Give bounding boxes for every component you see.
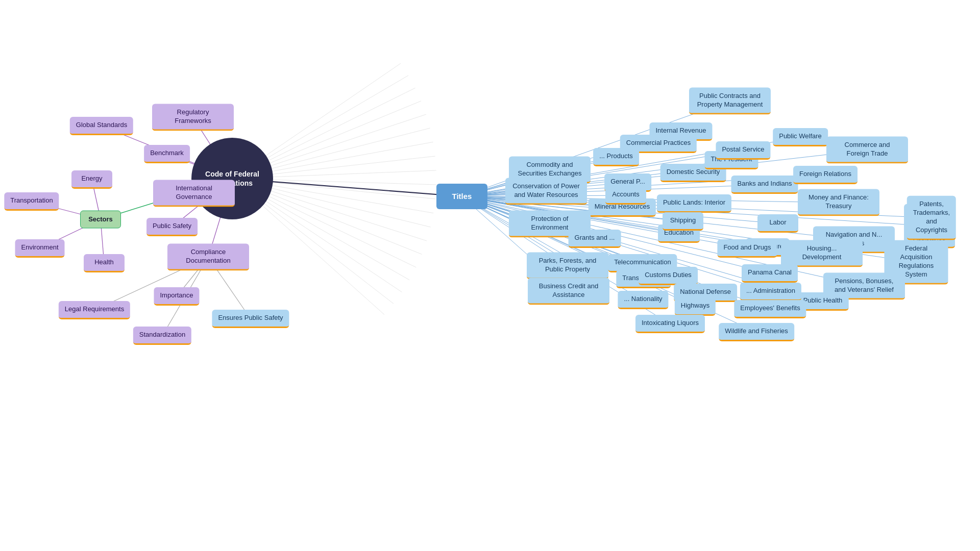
business_credit[interactable]: Business Credit and Assistance (528, 278, 609, 305)
sectors-node[interactable]: Sectors (80, 211, 121, 229)
regulatory-frameworks-node[interactable]: Regulatory Frameworks (152, 104, 234, 131)
public_welfare[interactable]: Public Welfare (773, 128, 828, 146)
standardization-node[interactable]: Standardization (133, 327, 191, 345)
center-node[interactable]: Code of Federal Regulations (191, 138, 273, 219)
panama_canal[interactable]: Panama Canal (742, 264, 798, 283)
global-standards-node[interactable]: Global Standards (70, 117, 133, 135)
postal_service[interactable]: Postal Service (716, 141, 770, 160)
public-safety-node[interactable]: Public Safety (146, 218, 198, 236)
benchmark-node[interactable]: Benchmark (144, 145, 190, 163)
titles-label: Titles (452, 191, 472, 202)
shipping[interactable]: Shipping (663, 212, 703, 231)
foreign_relations[interactable]: Foreign Relations (793, 166, 857, 184)
energy-node[interactable]: Energy (71, 170, 112, 189)
ensures-public-safety-node[interactable]: Ensures Public Safety (212, 310, 289, 328)
commerce_foreign[interactable]: Commerce and Foreign Trade (826, 137, 908, 164)
public_contracts[interactable]: Public Contracts and Property Management (689, 88, 771, 115)
intl_products[interactable]: ... Products (593, 148, 639, 166)
parks_forests[interactable]: Parks, Forests, and Public Property (527, 253, 608, 280)
accounts[interactable]: Accounts (605, 186, 646, 205)
housing_development[interactable]: Housing... Development (781, 240, 863, 267)
money_finance[interactable]: Money and Finance: Treasury (798, 189, 879, 216)
environment-node[interactable]: Environment (15, 239, 65, 258)
labor[interactable]: Labor (757, 214, 798, 233)
compliance-documentation-node[interactable]: Compliance Documentation (167, 244, 249, 271)
employees_benefits[interactable]: Employees' Benefits (734, 300, 806, 318)
titles-node[interactable]: Titles (436, 184, 487, 209)
intoxicating_liquors[interactable]: Intoxicating Liquors (635, 315, 705, 333)
transportation-node[interactable]: Transportation (4, 192, 59, 211)
food_drugs[interactable]: Food and Drugs (717, 239, 777, 258)
patents[interactable]: Patents, Trademarks, and Copyrights (907, 196, 956, 240)
health-node[interactable]: Health (84, 254, 125, 272)
general_admin[interactable]: ... Administration (740, 283, 801, 301)
legal-requirements-node[interactable]: Legal Requirements (59, 301, 130, 319)
public_lands[interactable]: Public Lands: Interior (657, 194, 731, 213)
customs_duties[interactable]: Customs Duties (639, 267, 698, 285)
highways[interactable]: Highways (675, 297, 716, 316)
importance-node[interactable]: Importance (154, 287, 199, 306)
wildlife_fisheries[interactable]: Wildlife and Fisheries (719, 323, 794, 341)
grants[interactable]: Grants and ... (569, 230, 621, 248)
international-governance-node[interactable]: International Governance (153, 180, 235, 207)
d_nationality[interactable]: ... Nationality (618, 291, 668, 309)
banks_indians[interactable]: Banks and Indians (731, 176, 798, 194)
conservation_power[interactable]: Conservation of Power and Water Resource… (505, 178, 587, 205)
